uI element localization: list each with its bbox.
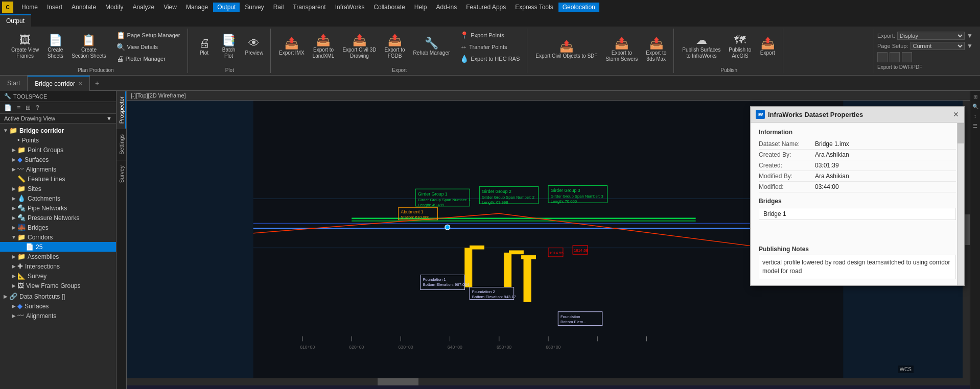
menu-transparent[interactable]: Transparent (289, 3, 330, 12)
batch-plot-button[interactable]: 📑 BatchPlot (218, 33, 240, 61)
export-storm-sewers-button[interactable]: 📤 Export toStorm Sewers (602, 36, 641, 64)
tree-item-sites[interactable]: ▶ 📁 Sites (0, 184, 116, 193)
menu-addins[interactable]: Add-ins (432, 3, 461, 12)
doc-tab-bridge-corridor-close[interactable]: ✕ (78, 81, 82, 86)
tree-item-corridors[interactable]: ▼ 📁 Corridors (0, 232, 116, 242)
dialog-scrollbar-thumb[interactable] (958, 123, 964, 143)
tree-item-bridges[interactable]: ▶ 🌉 Bridges (0, 223, 116, 232)
dialog-scrollbar[interactable] (957, 123, 964, 285)
create-view-frames-button[interactable]: 🖼 Create ViewFrames (8, 33, 42, 61)
menu-infraworks[interactable]: InfraWorks (331, 3, 369, 12)
tree-item-bridge-corridor[interactable]: ▼ 📁 Bridge corridor (0, 126, 116, 135)
menu-rail[interactable]: Rail (269, 3, 288, 12)
transfer-points-button[interactable]: ↔Transfer Points (457, 42, 523, 52)
tree-item-assemblies[interactable]: ▶ 📁 Assemblies (0, 252, 116, 261)
tree-item-surfaces[interactable]: ▶ ◆ Surfaces (0, 155, 116, 164)
tree-item-pressure-networks[interactable]: ▶ 🔩 Pressure Networks (0, 213, 116, 223)
publish-arcgis-button[interactable]: 🗺 Publish toArcGIS (726, 33, 754, 61)
export-points-button[interactable]: 📍Export Points (457, 30, 523, 40)
view-details-button[interactable]: 🔍View Details (113, 42, 183, 52)
export-civil-buttons: 📤 Export Civil Objects to SDF 📤 Export t… (532, 29, 669, 71)
tree-item-alignments-ds[interactable]: ▶ 〰 Alignments (0, 311, 116, 321)
right-sidebar-btn3[interactable]: ↕ (973, 112, 977, 120)
tree-item-intersections[interactable]: ▶ ✚ Intersections (0, 261, 116, 271)
menu-express[interactable]: Express Tools (511, 3, 557, 12)
doc-tab-start[interactable]: Start (0, 76, 28, 91)
ribbon-tab-output[interactable]: Output (0, 14, 31, 27)
preview-button[interactable]: 👁 Preview (242, 36, 267, 58)
canvas-hscroll-thumb[interactable] (378, 378, 418, 385)
export-action-btn1[interactable] (877, 52, 888, 62)
menu-manage[interactable]: Manage (182, 3, 212, 12)
export-display-select[interactable]: Display (897, 32, 965, 40)
tree-item-points[interactable]: • Points (0, 135, 116, 145)
wcs-label: WCS (898, 366, 914, 373)
menu-geolocation[interactable]: Geolocation (558, 3, 599, 12)
plot-button[interactable]: 🖨 Plot (193, 36, 216, 58)
plotter-manager-button[interactable]: 🖨Plotter Manager (113, 54, 183, 64)
export-civil-sdf-button[interactable]: 📤 Export Civil Objects to SDF (532, 39, 600, 61)
publishing-notes-label: Publishing Notes (759, 246, 956, 253)
export-fgdb-button[interactable]: 📤 Export toFGDB (382, 33, 408, 61)
side-tab-settings[interactable]: Settings (116, 129, 126, 160)
export-3dsmax-button[interactable]: 📤 Export to3ds Max (643, 36, 669, 64)
export-dwf-button[interactable]: 📤 Export (756, 36, 779, 58)
ts-grid-btn[interactable]: ⊞ (24, 103, 33, 112)
tree-item-surfaces-ds[interactable]: ▶ ◆ Surfaces (0, 301, 116, 311)
tree-item-alignments[interactable]: ▶ 〰 Alignments (0, 164, 116, 174)
tree-item-survey[interactable]: ▶ 📐 Survey (0, 271, 116, 281)
menu-collaborate[interactable]: Collaborate (369, 3, 409, 12)
dialog-close-button[interactable]: ✕ (953, 110, 959, 118)
side-tab-prospector[interactable]: Prospector (116, 91, 126, 129)
view-selector[interactable]: Active Drawing View ▼ (0, 114, 116, 124)
ts-list-btn[interactable]: ≡ (15, 103, 22, 112)
create-sheets-button[interactable]: 📄 CreateSheets (44, 33, 66, 61)
expander-catchments: ▶ (10, 196, 17, 201)
tree-item-view-frame-groups[interactable]: ▶ 🖼 View Frame Groups (0, 281, 116, 290)
page-setup-select[interactable]: Current (911, 42, 965, 50)
ts-new-btn[interactable]: 📄 (2, 103, 14, 112)
right-sidebar-btn1[interactable]: ⊞ (972, 93, 978, 101)
menu-home[interactable]: Home (17, 3, 42, 12)
view-selector-chevron: ▼ (106, 115, 112, 121)
right-sidebar-btn4[interactable]: ☰ (972, 122, 978, 130)
export-imx-button[interactable]: 📤 Export IMX (276, 36, 307, 58)
export-landxml-button[interactable]: 📤 Export toLandXML (310, 33, 338, 61)
doc-tab-bridge-corridor[interactable]: Bridge corridor ✕ (28, 76, 90, 91)
ts-help-btn[interactable]: ? (34, 103, 41, 112)
menu-annotate[interactable]: Annotate (67, 3, 100, 12)
expander-pressure-networks: ▶ (10, 215, 17, 221)
menu-help[interactable]: Help (410, 3, 431, 12)
export-action-btn3[interactable] (902, 52, 912, 62)
rehab-manager-button[interactable]: 🔧 Rehab Manager (410, 36, 453, 58)
menu-survey[interactable]: Survey (241, 3, 268, 12)
tree-item-data-shortcuts[interactable]: ▶ 🔗 Data Shortcuts [] (0, 291, 116, 301)
tree-item-point-groups[interactable]: ▶ 📁 Point Groups (0, 145, 116, 155)
menu-insert[interactable]: Insert (43, 3, 66, 12)
tree-item-pipe-networks[interactable]: ▶ 🔩 Pipe Networks (0, 203, 116, 213)
create-section-sheets-button[interactable]: 📋 CreateSection Sheets (68, 33, 109, 61)
menu-view[interactable]: View (159, 3, 181, 12)
canvas-horizontal-scrollbar[interactable] (127, 378, 963, 385)
export-hecras-button[interactable]: 💧Export to HEC RAS (457, 54, 523, 64)
export-civil3d-button[interactable]: 📤 Export Civil 3DDrawing (339, 33, 379, 61)
tree-item-25[interactable]: 📄 25 (0, 242, 116, 252)
menu-analyze[interactable]: Analyze (128, 3, 158, 12)
side-tab-survey[interactable]: Survey (116, 160, 126, 188)
dialog-logo: IW (756, 110, 765, 119)
right-sidebar-btn2[interactable]: 🔍 (971, 103, 979, 110)
tree-icon-bridges: 🌉 (17, 224, 26, 231)
tree-label-pressure-networks: Pressure Networks (28, 214, 79, 222)
tree-item-catchments[interactable]: ▶ 💧 Catchments (0, 193, 116, 203)
publish-surfaces-button[interactable]: ☁ Publish Surfacesto InfraWorks (679, 33, 724, 61)
tree-item-feature-lines[interactable]: 📏 Feature Lines (0, 174, 116, 184)
export-action-btn2[interactable] (890, 52, 900, 62)
add-tab-button[interactable]: + (90, 77, 104, 89)
menu-output[interactable]: Output (213, 3, 240, 12)
page-setup-manager-button[interactable]: 📋Page Setup Manager (113, 30, 183, 40)
menu-modify[interactable]: Modify (101, 3, 127, 12)
menu-featured[interactable]: Featured Apps (462, 3, 510, 12)
plotter-manager-label: Plotter Manager (126, 56, 166, 62)
expander-intersections: ▶ (10, 263, 17, 269)
rehab-manager-label: Rehab Manager (413, 50, 450, 56)
